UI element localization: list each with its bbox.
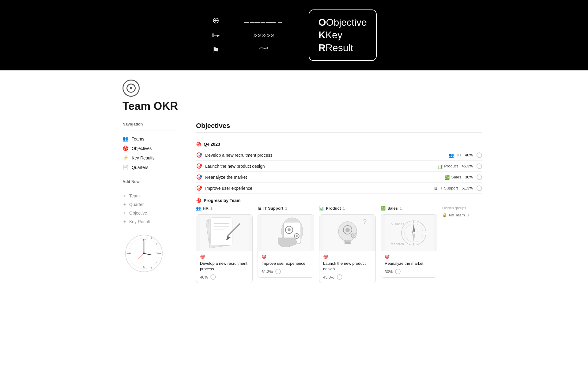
okr-text: OObjective KKey RResult — [318, 16, 367, 54]
card-circle-product — [337, 274, 342, 280]
team-group-header-hr: 👥 HR 1 — [196, 206, 253, 211]
svg-line-15 — [144, 253, 152, 255]
progress-section-title: Progress by Team — [204, 198, 240, 203]
product-group-count: 1 — [343, 206, 345, 211]
obj-icon-0: 🎯 — [196, 152, 202, 158]
progress-circle-0 — [477, 152, 482, 158]
card-image-it — [258, 215, 314, 251]
card-product-icon: 🎯 — [323, 254, 328, 259]
quarters-icon: 📄 — [123, 164, 129, 170]
progress-by-team-header[interactable]: 🎯 Progress by Team — [196, 194, 482, 206]
objective-row-2[interactable]: 🎯 Reanalyze the market 💹 Sales 30% — [196, 172, 482, 183]
svg-text:3: 3 — [156, 252, 158, 255]
card-obj-product: Launch the new product design — [323, 261, 372, 272]
progress-circle-1 — [477, 163, 482, 169]
add-objective-button[interactable]: ＋ Objective — [123, 209, 178, 217]
key-results-icon: ⚡ — [123, 155, 129, 161]
obj-right-0: 👥 HR 40% — [449, 152, 482, 158]
team-card-product[interactable]: ? 🎯 Launch the new product design 45.3% — [319, 214, 376, 283]
team-group-header-sales: 💹 Sales 1 — [381, 206, 437, 211]
objectives-section-title: Objectives — [196, 122, 482, 133]
page-title: Team OKR — [123, 100, 466, 113]
card-image-hr — [196, 215, 252, 251]
svg-point-41 — [352, 234, 355, 237]
hero-center-arrows: ──────→ »»»»» ⟿ — [244, 18, 284, 52]
quarter-header[interactable]: 🎯 Q4 2023 — [196, 139, 482, 150]
card-obj-hr: Develop a new recruitment process — [200, 261, 249, 272]
quarters-label: Quarters — [132, 165, 148, 170]
obj-name-2: Reanalyze the market — [205, 175, 247, 180]
add-quarter-button[interactable]: ＋ Quarter — [123, 200, 178, 209]
obj-left-0: 🎯 Develop a new recruitment process — [196, 152, 272, 158]
okr-box: OObjective KKey RResult — [309, 9, 377, 61]
key-icon: 🗝 — [211, 30, 220, 40]
team-group-product: 📊 Product 1 — [319, 206, 376, 283]
product-group-icon: 📊 — [319, 206, 324, 211]
obj-left-1: 🎯 Launch the new product design — [196, 163, 265, 169]
card-pct-it: 61.3% — [262, 269, 273, 274]
card-pct-hr: 40% — [200, 275, 208, 279]
team-group-header-it: 🖥 IT Support 1 — [258, 206, 314, 211]
product-illustration: ? — [323, 215, 372, 251]
svg-text:research: research — [391, 242, 404, 246]
obj-right-1: 📊 Product 45.3% — [437, 163, 482, 169]
card-progress-it: 61.3% — [262, 269, 310, 274]
card-team-header-product: 🎯 — [323, 254, 372, 259]
product-group-name: Product — [326, 206, 341, 211]
it-illustration — [262, 215, 311, 251]
teams-icon: 👥 — [123, 136, 129, 142]
progress-2: 30% — [465, 175, 473, 179]
objective-row-0[interactable]: 🎯 Develop a new recruitment process 👥 HR… — [196, 150, 482, 161]
quarter-icon: 🎯 — [196, 142, 201, 147]
card-it-icon: 🎯 — [262, 254, 266, 259]
card-image-sales: business research — [381, 215, 437, 251]
svg-text:6: 6 — [143, 266, 145, 269]
main-content: Objectives 🎯 Q4 2023 🎯 Develop a new rec… — [196, 122, 482, 283]
svg-point-39 — [345, 228, 350, 232]
sidebar: Navigation 👥 Teams 🎯 Objectives ⚡ Key Re… — [123, 122, 178, 283]
sidebar-item-quarters[interactable]: 📄 Quarters — [123, 163, 178, 172]
add-key-result-button[interactable]: ＋ Key Result — [123, 217, 178, 226]
progress-1: 45.3% — [462, 164, 473, 168]
sidebar-item-objectives[interactable]: 🎯 Objectives — [123, 144, 178, 153]
obj-name-3: Improve user experience — [205, 186, 252, 191]
svg-rect-36 — [344, 240, 351, 242]
team-card-hr[interactable]: 🎯 Develop a new recruitment process 40% — [196, 214, 253, 283]
progress-section-icon: 🎯 — [196, 198, 201, 203]
team-badge-1: 📊 Product — [437, 164, 458, 169]
obj-icon-3: 🎯 — [196, 185, 202, 191]
add-team-button[interactable]: ＋ Team — [123, 192, 178, 200]
svg-point-31 — [288, 228, 291, 231]
no-team-icon: 🔒 — [442, 213, 447, 217]
nav-section-title: Navigation — [123, 122, 178, 126]
team-card-it[interactable]: 🎯 Improve user experience 61.3% — [258, 214, 314, 278]
hr-group-name: HR — [203, 206, 209, 211]
plus-icon-quarter: ＋ — [123, 202, 127, 207]
card-team-header-hr: 🎯 — [200, 254, 249, 259]
obj-icon-2: 🎯 — [196, 174, 202, 180]
sidebar-item-teams[interactable]: 👥 Teams — [123, 134, 178, 144]
svg-rect-43 — [385, 215, 434, 251]
team-group-hr: 👥 HR 1 — [196, 206, 253, 283]
arrow-2: »»»»» — [253, 31, 275, 39]
objectives-label: Objectives — [132, 146, 152, 151]
hero-banner: ⊕ 🗝 ⚑ ──────→ »»»»» ⟿ OObjective KKey RR… — [0, 0, 588, 70]
add-key-result-label: Key Result — [129, 219, 150, 224]
key-results-label: Key Results — [132, 155, 155, 160]
hidden-groups: Hidden groups 🔒 No Team 0 — [442, 206, 482, 217]
objective-row-1[interactable]: 🎯 Launch the new product design 📊 Produc… — [196, 161, 482, 172]
nav-divider — [123, 130, 178, 130]
hr-group-count: 1 — [210, 206, 213, 211]
card-progress-hr: 40% — [200, 274, 249, 280]
it-group-icon: 🖥 — [258, 206, 262, 211]
objective-row-3[interactable]: 🎯 Improve user experience 🖥 IT Support 6… — [196, 183, 482, 194]
logo-inner — [126, 84, 136, 93]
sidebar-item-key-results[interactable]: ⚡ Key Results — [123, 153, 178, 163]
add-new-section: Add New ＋ Team ＋ Quarter ＋ Objective ＋ K… — [123, 179, 178, 226]
team-card-sales[interactable]: business research — [381, 214, 437, 278]
it-group-name: IT Support — [263, 206, 283, 211]
logo-dot — [130, 87, 132, 89]
svg-rect-21 — [211, 218, 232, 245]
flag-icon: ⚑ — [212, 45, 220, 55]
no-team-count: 0 — [467, 213, 469, 217]
